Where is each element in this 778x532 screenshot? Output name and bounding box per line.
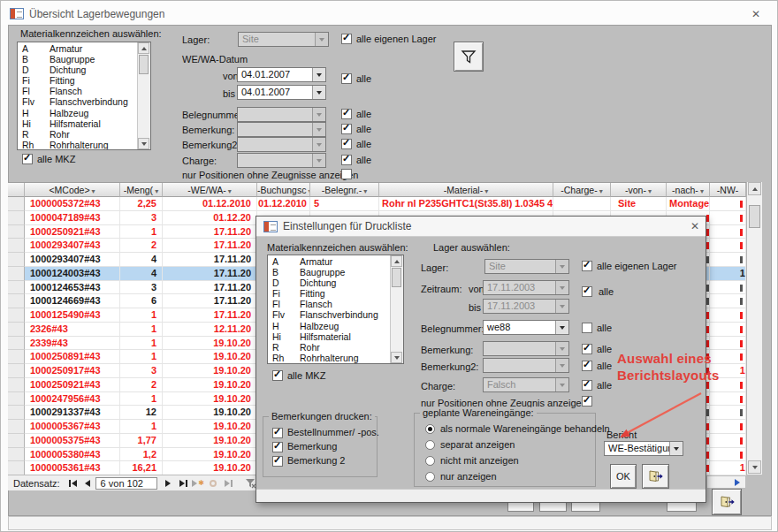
record-position-input[interactable]: 6 von 102: [95, 477, 157, 490]
list-item[interactable]: DDichtung: [268, 277, 403, 288]
table-cell[interactable]: 01.12.2010: [163, 197, 257, 211]
scroll-right-icon[interactable]: [730, 477, 744, 487]
charge-alle-checkbox[interactable]: [341, 155, 352, 165]
list-item[interactable]: FlFlansch: [268, 299, 403, 309]
dialog-close-icon[interactable]: ✕: [690, 220, 699, 232]
table-cell[interactable]: 19.10.20: [163, 461, 257, 475]
row-selector[interactable]: [8, 211, 25, 225]
table-cell[interactable]: 17.11.20: [163, 308, 257, 323]
bericht-combo[interactable]: WE-Bestätigung: [604, 441, 683, 456]
table-cell[interactable]: 1: [120, 225, 163, 239]
table-cell[interactable]: 5: [310, 197, 379, 211]
table-cell[interactable]: 1000047189#43: [25, 211, 120, 225]
column-header[interactable]: -nach-▾: [667, 183, 710, 197]
table-row[interactable]: 1000005372#432,2501.12.201001.12.20105Ro…: [8, 197, 746, 211]
checkbox[interactable]: [272, 442, 283, 452]
table-cell[interactable]: 1000124653#43: [25, 281, 120, 295]
table-cell[interactable]: 1000247956#43: [25, 392, 120, 407]
table-cell[interactable]: 1: [120, 308, 163, 323]
belegnummer-alle-checkbox[interactable]: [341, 109, 352, 119]
row-selector[interactable]: [8, 420, 25, 434]
bemerkung2-combo[interactable]: [237, 137, 326, 152]
filter-button[interactable]: [454, 42, 484, 72]
alle-mkz-checkbox[interactable]: [22, 154, 33, 164]
listbox-scrollbar[interactable]: [390, 255, 403, 363]
dialog-lager-combo[interactable]: Site: [484, 259, 569, 274]
scroll-down-icon[interactable]: [138, 138, 149, 149]
table-cell[interactable]: 1000250921#43: [25, 225, 120, 239]
table-cell[interactable]: 2339#43: [25, 337, 120, 351]
radio-button[interactable]: [425, 472, 435, 482]
list-item[interactable]: RRohr: [18, 129, 150, 140]
dialog-charge-alle-checkbox[interactable]: [582, 380, 592, 391]
dialog-bemerkung-alle-checkbox[interactable]: [582, 344, 592, 354]
dialog-nur-positionen-checkbox[interactable]: [582, 396, 592, 407]
table-cell[interactable]: Site: [611, 197, 667, 211]
list-item[interactable]: HiHilfsmaterial: [18, 118, 150, 129]
list-item[interactable]: BBaugruppe: [268, 267, 403, 277]
table-cell[interactable]: 01.12.20: [163, 211, 257, 225]
table-cell[interactable]: 19.10.20: [163, 350, 257, 364]
table-cell[interactable]: 10: [710, 267, 746, 281]
table-cell[interactable]: 1000005372#43: [25, 197, 120, 211]
table-cell[interactable]: 2: [120, 239, 163, 253]
von-date-combo[interactable]: 04.01.2007: [237, 67, 326, 82]
row-selector[interactable]: [8, 197, 25, 211]
column-header[interactable]: -Belegnr.-▾: [310, 183, 379, 197]
dialog-bemerkung-combo[interactable]: [483, 341, 569, 356]
table-cell[interactable]: 1000293407#43: [25, 239, 120, 253]
column-header[interactable]: -WE/WA-▾: [163, 183, 257, 197]
zeitraum-alle-checkbox[interactable]: [582, 286, 592, 297]
first-record-icon[interactable]: [65, 477, 80, 490]
list-item[interactable]: RhRohrhalterung: [18, 140, 150, 150]
row-selector[interactable]: [8, 267, 25, 281]
bemerkung2-alle-checkbox[interactable]: [341, 139, 352, 149]
column-header[interactable]: -von-▾: [611, 183, 667, 197]
scroll-down-icon[interactable]: [391, 352, 402, 363]
table-cell[interactable]: 1: [120, 323, 163, 337]
row-selector[interactable]: [8, 337, 25, 351]
exit-dialog-button[interactable]: [642, 464, 669, 489]
table-cell[interactable]: 2,25: [120, 197, 163, 211]
list-item[interactable]: AArmatur: [268, 256, 403, 267]
table-cell[interactable]: 1000005380#43: [25, 448, 120, 462]
row-selector[interactable]: [8, 434, 25, 448]
table-cell[interactable]: 19.10.20: [163, 392, 257, 407]
dialog-von-combo[interactable]: 17.11.2003: [483, 280, 569, 295]
select-all-corner[interactable]: [8, 183, 25, 197]
last-record-icon[interactable]: [176, 477, 191, 490]
column-header[interactable]: -Meng(▾: [120, 183, 163, 197]
column-header[interactable]: -Buchungsc▾: [257, 183, 310, 197]
table-cell[interactable]: 3: [120, 211, 163, 225]
list-item[interactable]: FlFlansch: [18, 86, 150, 96]
scroll-up-icon[interactable]: [138, 42, 149, 54]
grid-vscrollbar[interactable]: [746, 182, 762, 475]
row-selector[interactable]: [8, 323, 25, 337]
scroll-up-icon[interactable]: [748, 182, 761, 195]
table-cell[interactable]: 17.11.20: [163, 294, 257, 308]
table-cell[interactable]: 1000291337#43: [25, 406, 120, 420]
list-item[interactable]: HHalbzeug: [268, 321, 403, 331]
row-selector[interactable]: [8, 308, 25, 323]
goto-record-icon[interactable]: [221, 477, 236, 490]
table-cell[interactable]: 1000250891#43: [25, 350, 120, 364]
table-cell[interactable]: 1000124003#43: [25, 267, 120, 281]
table-cell[interactable]: 1000250917#43: [25, 364, 120, 378]
nur-positionen-checkbox[interactable]: [341, 169, 352, 179]
row-selector[interactable]: [8, 253, 25, 267]
row-selector[interactable]: [8, 350, 25, 364]
list-item[interactable]: RRohr: [268, 342, 403, 353]
table-cell[interactable]: 19.10.20: [163, 434, 257, 448]
table-cell[interactable]: 12.11.20: [163, 323, 257, 337]
dialog-alle-mkz-checkbox[interactable]: [272, 370, 283, 381]
list-item[interactable]: AArmatur: [18, 43, 150, 54]
close-icon[interactable]: ✕: [751, 8, 760, 20]
table-cell[interactable]: 4: [120, 267, 163, 281]
table-cell[interactable]: 2: [120, 378, 163, 392]
table-cell[interactable]: 17.11.20: [163, 253, 257, 267]
dialog-alle-eigenen-checkbox[interactable]: [582, 261, 592, 271]
table-cell[interactable]: 17.11.20: [163, 225, 257, 239]
exit-form-button[interactable]: [712, 489, 742, 515]
bemerkung-alle-checkbox[interactable]: [341, 124, 352, 134]
table-cell[interactable]: 2326#43: [25, 323, 120, 337]
